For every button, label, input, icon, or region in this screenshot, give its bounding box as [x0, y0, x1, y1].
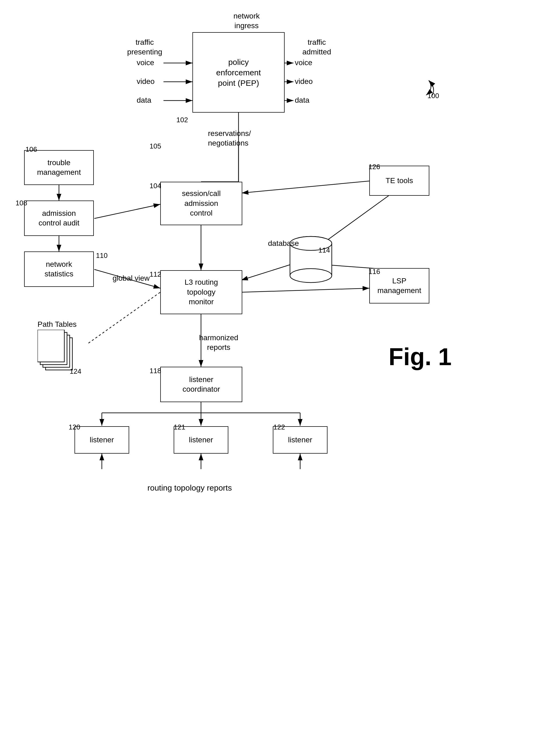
database-label: database [268, 239, 299, 248]
listener-coordinator-label: listenercoordinator [182, 375, 220, 394]
reservations-label: reservations/negotiations [208, 129, 272, 148]
network-ingress-label: networkingress [220, 11, 273, 31]
global-view-label: global view [112, 274, 150, 283]
svg-point-37 [290, 269, 332, 283]
ref-124: 124 [70, 367, 81, 376]
pep-label: policyenforcementpoint (PEP) [216, 57, 261, 88]
path-tables-label: Path Tables [37, 320, 77, 329]
ref-126: 126 [369, 163, 380, 171]
l3-routing-box: L3 routingtopologymonitor [160, 270, 242, 314]
ref-114: 114 [319, 246, 330, 255]
voice-out-label: voice [295, 58, 312, 67]
video-out-label: video [295, 77, 313, 86]
ref-106: 106 [25, 145, 37, 153]
ref-104: 104 [149, 182, 161, 190]
ref-110: 110 [96, 252, 107, 260]
svg-line-13 [94, 204, 160, 219]
network-statistics-box: networkstatistics [24, 252, 94, 287]
harmonized-reports-label: harmonizedreports [192, 333, 245, 353]
data-out-label: data [295, 95, 310, 105]
voice-in-label: voice [137, 58, 154, 67]
figure-label: Fig. 1 [389, 343, 452, 371]
ref-108: 108 [16, 199, 27, 207]
listener2-label: listener [189, 435, 213, 445]
listener3-label: listener [288, 435, 312, 445]
listener1-label: listener [90, 435, 114, 445]
path-tables-icon [37, 330, 86, 373]
l3-routing-label: L3 routingtopologymonitor [185, 278, 218, 307]
routing-topology-label: routing topology reports [147, 482, 232, 493]
trouble-management-label: troublemanagement [37, 158, 81, 177]
ref-116: 116 [369, 268, 380, 276]
listener1-box: listener [74, 426, 129, 454]
svg-line-22 [88, 292, 160, 343]
ref-122: 122 [273, 423, 285, 431]
ref-102: 102 [176, 116, 188, 124]
traffic-admitted-label: trafficadmitted [293, 37, 341, 57]
diagram: policyenforcementpoint (PEP) troublemana… [0, 0, 551, 756]
admission-control-audit-label: admissioncontrol audit [39, 209, 80, 228]
svg-rect-42 [37, 330, 64, 362]
ref-112: 112 [149, 270, 161, 279]
admission-control-audit-box: admissioncontrol audit [24, 201, 94, 236]
ref-118: 118 [149, 367, 161, 375]
data-in-label: data [137, 95, 151, 105]
session-call-admission-label: session/calladmissioncontrol [182, 189, 221, 218]
traffic-presenting-label: trafficpresenting [121, 37, 169, 57]
network-statistics-label: networkstatistics [44, 260, 73, 279]
ref-100-arrow [413, 75, 440, 102]
session-call-admission-box: session/calladmissioncontrol [160, 182, 242, 225]
video-in-label: video [137, 77, 155, 86]
diagram-lines [0, 0, 551, 756]
ref-121: 121 [174, 423, 185, 431]
ref-105: 105 [149, 142, 161, 150]
listener-coordinator-box: listenercoordinator [160, 367, 242, 402]
te-tools-label: TE tools [386, 176, 413, 185]
svg-line-16 [242, 181, 370, 193]
pep-box: policyenforcementpoint (PEP) [192, 32, 285, 112]
ref-120: 120 [69, 423, 80, 431]
svg-line-18 [241, 264, 292, 280]
svg-line-19 [242, 288, 369, 292]
trouble-management-box: troublemanagement [24, 150, 94, 185]
lsp-management-label: LSPmanagement [377, 276, 421, 296]
